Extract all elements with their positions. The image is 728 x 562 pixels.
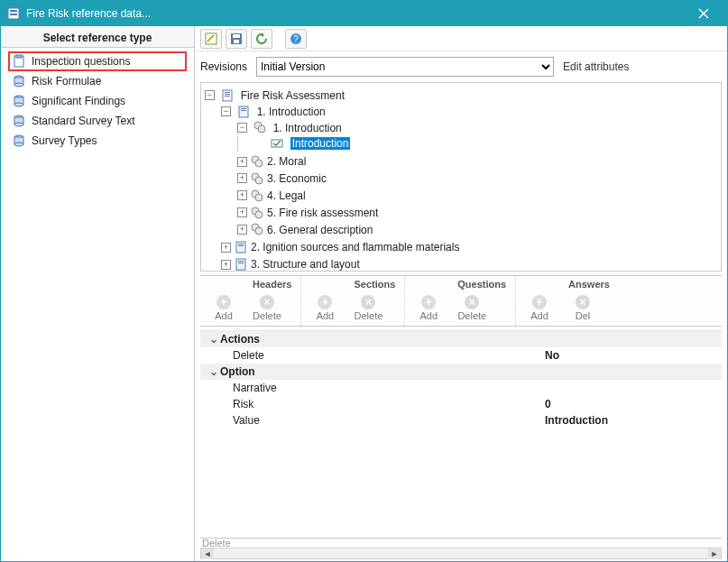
question-icon	[251, 172, 263, 185]
svg-point-44	[255, 227, 263, 235]
sidebar-item-label: Significant Findings	[32, 95, 125, 107]
tree-node[interactable]: 3. Structure and layout	[251, 258, 360, 271]
actions-toolbar: . +Add Headers ×Delete .	[200, 275, 722, 327]
tree-node[interactable]: 1. Introduction	[273, 121, 342, 134]
questions-delete-button[interactable]: ×Delete	[450, 290, 493, 326]
svg-rect-28	[225, 96, 230, 97]
close-button[interactable]	[686, 1, 722, 26]
prop-option-value[interactable]: ValueIntroduction	[200, 412, 722, 428]
svg-rect-46	[238, 244, 244, 244]
revisions-row: Revisions Initial Version Edit attribute…	[195, 51, 727, 82]
scroll-right-button[interactable]: ►	[708, 548, 721, 559]
svg-rect-2	[10, 14, 17, 15]
svg-rect-45	[236, 242, 245, 253]
svg-point-12	[14, 103, 23, 106]
headers-delete-button[interactable]: ×Delete	[245, 290, 289, 326]
tree-node[interactable]: 6. General description	[267, 223, 373, 235]
section-icon	[237, 106, 250, 118]
prop-group-actions[interactable]: ⌄Actions	[200, 331, 722, 347]
prop-option-risk[interactable]: Risk0	[200, 396, 722, 412]
question-icon	[251, 189, 263, 202]
question-icon	[253, 121, 266, 134]
tree-node[interactable]: 1. Introduction	[257, 106, 326, 118]
svg-text:?: ?	[293, 34, 299, 44]
svg-point-33	[258, 125, 265, 133]
tree-node-selected[interactable]: Introduction	[290, 137, 351, 150]
svg-rect-26	[225, 92, 230, 93]
footer: Delete ◄ ►	[200, 538, 722, 559]
svg-point-40	[255, 194, 263, 201]
svg-rect-29	[239, 106, 248, 117]
svg-rect-49	[238, 261, 244, 262]
cylinder-icon	[12, 134, 26, 148]
edit-button[interactable]	[200, 29, 222, 49]
expand-toggle[interactable]: −	[237, 123, 247, 133]
expand-toggle[interactable]: −	[221, 106, 231, 116]
tree-node[interactable]: 5. Fire risk assessment	[267, 207, 378, 219]
horizontal-scrollbar[interactable]: ◄ ►	[200, 548, 722, 559]
answers-add-button[interactable]: +Add	[518, 290, 561, 326]
save-button[interactable]	[226, 29, 247, 49]
tree-node[interactable]: 2. Moral	[267, 155, 306, 168]
svg-rect-30	[241, 108, 246, 109]
window: Fire Risk reference data... Select refer…	[0, 0, 728, 562]
expand-toggle[interactable]: +	[237, 207, 247, 217]
expand-toggle[interactable]: +	[237, 190, 247, 200]
svg-rect-27	[225, 94, 230, 95]
headers-add-button[interactable]: +Add	[202, 290, 245, 326]
tree-view[interactable]: − Fire Risk Assessment − 1. Introduction…	[200, 82, 722, 272]
prop-option-narrative[interactable]: Narrative	[200, 380, 722, 396]
tree-node[interactable]: 3. Economic	[267, 172, 327, 185]
help-button[interactable]: ?	[285, 29, 307, 49]
sidebar-item-survey-types[interactable]: Survey Types	[8, 131, 187, 151]
svg-rect-48	[236, 259, 245, 270]
svg-point-38	[255, 177, 263, 184]
question-icon	[251, 155, 263, 168]
expand-toggle[interactable]: −	[205, 90, 215, 100]
answers-delete-button[interactable]: ×Del	[561, 290, 604, 326]
svg-point-36	[255, 160, 263, 167]
svg-rect-21	[233, 34, 240, 38]
question-icon	[251, 207, 263, 219]
sidebar-item-inspection-questions[interactable]: Inspection questions	[8, 51, 187, 71]
sidebar-item-label: Inspection questions	[32, 55, 130, 68]
prop-group-option[interactable]: ⌄Option	[200, 364, 722, 380]
questions-label: Questions	[450, 279, 513, 290]
sections-add-button[interactable]: +Add	[303, 290, 346, 326]
scroll-left-button[interactable]: ◄	[201, 548, 214, 559]
expand-toggle[interactable]: +	[237, 173, 247, 183]
svg-rect-47	[238, 245, 244, 246]
tree-node[interactable]: 2. Ignition sources and flammable materi…	[251, 241, 459, 253]
app-icon	[6, 6, 21, 21]
expand-toggle[interactable]: +	[237, 157, 247, 167]
answers-label: Answers	[561, 279, 617, 290]
sidebar-item-risk-formulae[interactable]: Risk Formulae	[8, 71, 187, 91]
sidebar-item-significant-findings[interactable]: Significant Findings	[8, 91, 187, 111]
prop-actions-delete[interactable]: DeleteNo	[200, 347, 722, 364]
sidebar-item-standard-survey-text[interactable]: Standard Survey Text	[8, 111, 187, 131]
cylinder-icon	[12, 94, 26, 108]
questions-add-button[interactable]: +Add	[407, 290, 450, 326]
tree-node[interactable]: 4. Legal	[267, 189, 306, 202]
expand-toggle[interactable]: +	[237, 225, 247, 235]
svg-point-18	[14, 143, 23, 146]
section-icon	[235, 258, 247, 271]
headers-label: Headers	[245, 279, 299, 290]
cylinder-icon	[12, 114, 26, 128]
refresh-button[interactable]	[251, 29, 272, 49]
expand-toggle[interactable]: +	[221, 243, 231, 253]
expand-toggle[interactable]: +	[221, 260, 231, 270]
svg-point-15	[14, 123, 23, 126]
edit-attributes-link[interactable]: Edit attributes	[563, 60, 629, 73]
cylinder-icon	[12, 74, 26, 88]
footer-label: Delete	[200, 539, 722, 548]
svg-rect-1	[10, 10, 17, 12]
revisions-select[interactable]: Initial Version	[256, 57, 554, 77]
sidebar-item-label: Risk Formulae	[32, 75, 101, 88]
clipboard-icon	[12, 54, 26, 69]
sections-delete-button[interactable]: ×Delete	[346, 290, 390, 326]
main-panel: ? Revisions Initial Version Edit attribu…	[195, 26, 727, 561]
titlebar[interactable]: Fire Risk reference data...	[1, 1, 727, 26]
window-title: Fire Risk reference data...	[26, 7, 686, 20]
tree-node[interactable]: Fire Risk Assessment	[241, 89, 345, 102]
